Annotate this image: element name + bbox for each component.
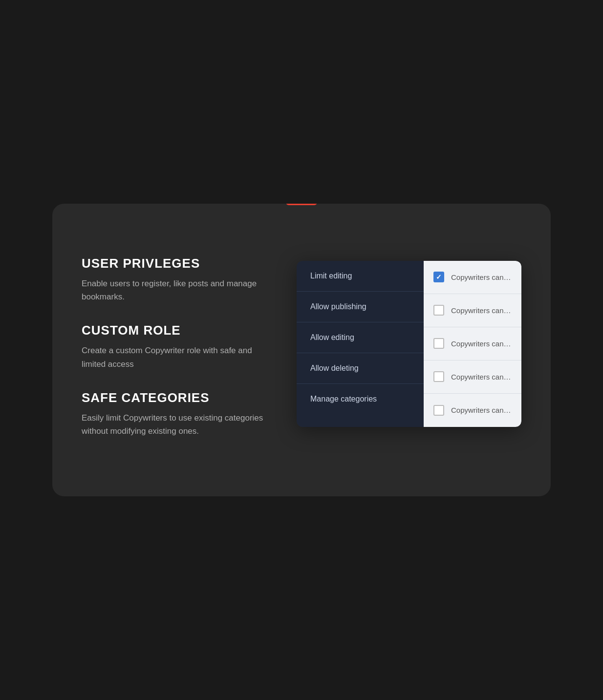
settings-panel: Limit editingAllow publishingAllow editi… (297, 261, 521, 427)
settings-label-row-3: Allow deleting (297, 353, 424, 384)
settings-options-column: ✓Copywriters can onlyCopywriters can pub… (424, 261, 521, 427)
main-container: USER PRIVLEGESEnable users to register, … (52, 204, 551, 496)
user-manager-button[interactable] (286, 204, 317, 205)
settings-option-row-4[interactable]: Copywriters can creat (424, 394, 521, 427)
feature-title-custom-role: CUSTOM ROLE (82, 323, 267, 338)
settings-option-text-1: Copywriters can publi (451, 306, 512, 315)
checkmark-icon: ✓ (436, 274, 442, 280)
feature-title-safe-categories: SAFE CATEGORIES (82, 390, 267, 405)
settings-label-row-0: Limit editing (297, 261, 424, 292)
badge-area (52, 204, 551, 205)
settings-option-text-2: Copywriters can modi (451, 339, 512, 348)
checkbox-3[interactable] (433, 371, 444, 382)
checkbox-1[interactable] (433, 305, 444, 316)
settings-option-row-0[interactable]: ✓Copywriters can only (424, 261, 521, 294)
feature-block-safe-categories: SAFE CATEGORIESEasily limit Copywriters … (82, 390, 267, 438)
settings-option-row-2[interactable]: Copywriters can modi (424, 327, 521, 361)
left-panel: USER PRIVLEGESEnable users to register, … (82, 256, 277, 457)
settings-labels-column: Limit editingAllow publishingAllow editi… (297, 261, 424, 427)
feature-block-custom-role: CUSTOM ROLECreate a custom Copywriter ro… (82, 323, 267, 370)
settings-label-row-2: Allow editing (297, 322, 424, 353)
feature-block-user-privileges: USER PRIVLEGESEnable users to register, … (82, 256, 267, 303)
feature-desc-user-privileges: Enable users to register, like posts and… (82, 277, 267, 303)
feature-desc-safe-categories: Easily limit Copywriters to use existing… (82, 411, 267, 438)
settings-option-text-0: Copywriters can only (451, 273, 512, 281)
settings-label-row-4: Manage categories (297, 384, 424, 414)
checkbox-2[interactable] (433, 338, 444, 349)
content-area: USER PRIVLEGESEnable users to register, … (52, 256, 551, 457)
feature-title-user-privileges: USER PRIVLEGES (82, 256, 267, 271)
checkbox-4[interactable] (433, 405, 444, 416)
hero-section (52, 215, 551, 256)
feature-desc-custom-role: Create a custom Copywriter role with saf… (82, 344, 267, 370)
settings-option-text-4: Copywriters can creat (451, 406, 512, 414)
settings-option-row-1[interactable]: Copywriters can publi (424, 294, 521, 327)
settings-label-row-1: Allow publishing (297, 292, 424, 322)
settings-option-row-3[interactable]: Copywriters can delet (424, 361, 521, 394)
settings-option-text-3: Copywriters can delet (451, 373, 512, 381)
checkbox-0[interactable]: ✓ (433, 272, 444, 282)
